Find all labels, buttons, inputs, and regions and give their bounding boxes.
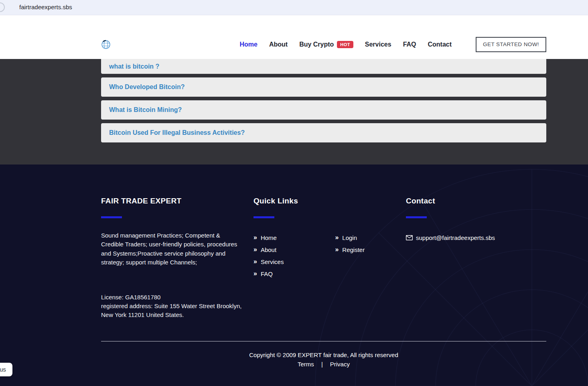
double-chevron-icon: » (335, 246, 338, 253)
footer-link-label: Home (261, 234, 277, 241)
double-chevron-icon: » (253, 234, 256, 241)
nav-faq[interactable]: FAQ (403, 41, 416, 48)
footer-contact-column: Contact support@fairtradeexperts.sbs (406, 197, 546, 241)
heading-underline (253, 216, 274, 218)
faq-question-label: what is bitcoin ? (109, 63, 159, 70)
footer-quick-links-column: Quick Links » Home » About » Services (253, 197, 398, 280)
footer-license-block: License: GA18561780 registered address: … (101, 293, 245, 320)
globe-logo-icon (101, 40, 111, 49)
site-footer: FAIR TRADE EXPERT Sound management Pract… (0, 165, 588, 386)
footer-link-label: Login (342, 234, 357, 241)
faq-item-mining[interactable]: What is Bitcoin Mining? (101, 100, 546, 120)
nav-services[interactable]: Services (365, 41, 391, 48)
double-chevron-icon: » (253, 246, 256, 253)
contact-heading: Contact (406, 197, 546, 205)
main-nav: Home About Buy Crypto HOT Services FAQ C… (239, 41, 452, 48)
double-chevron-icon: » (253, 270, 256, 277)
nav-about[interactable]: About (269, 41, 288, 48)
faq-list: what is bitcoin ? Who Developed Bitcoin?… (101, 59, 546, 146)
envelope-icon (406, 235, 413, 240)
browser-url-bar[interactable]: fairtradeexperts.sbs (0, 0, 588, 15)
faq-question-label: What is Bitcoin Mining? (109, 106, 182, 114)
url-text[interactable]: fairtradeexperts.sbs (19, 4, 72, 10)
footer-link-label: Register (342, 246, 365, 253)
footer-link-faq[interactable]: » FAQ (253, 268, 284, 280)
quick-links-list-2: » Login » Register (335, 232, 365, 280)
legal-separator: | (321, 361, 323, 368)
privacy-link[interactable]: Privacy (330, 361, 350, 368)
message-us-chat-button[interactable]: Message us (0, 363, 12, 376)
nav-home[interactable]: Home (239, 41, 257, 48)
site-header: Home About Buy Crypto HOT Services FAQ C… (0, 15, 588, 59)
faq-section: what is bitcoin ? Who Developed Bitcoin?… (0, 59, 588, 165)
copyright-text: Copyright © 2009 EXPERT fair trade, All … (101, 351, 546, 358)
faq-item-who-developed[interactable]: Who Developed Bitcoin? (101, 77, 546, 97)
header-row: Home About Buy Crypto HOT Services FAQ C… (101, 37, 546, 52)
footer-divider (101, 341, 546, 341)
support-email-text: support@fairtradeexperts.sbs (416, 234, 495, 241)
footer-inner: FAIR TRADE EXPERT Sound management Pract… (101, 165, 546, 386)
footer-brand-heading: FAIR TRADE EXPERT (101, 197, 245, 205)
license-number: License: GA18561780 (101, 293, 245, 302)
faq-item-what-is-bitcoin[interactable]: what is bitcoin ? (101, 59, 546, 74)
faq-item-illegal-activities[interactable]: Bitcoin Used For Illegal Business Activi… (101, 123, 546, 142)
get-started-button[interactable]: GET STARTED NOW! (476, 37, 546, 52)
footer-link-about[interactable]: » About (253, 244, 284, 256)
footer-link-home[interactable]: » Home (253, 232, 284, 244)
footer-about-column: FAIR TRADE EXPERT Sound management Pract… (101, 197, 245, 320)
registered-address-line1: registered address: Suite 155 Water Stre… (101, 302, 245, 311)
quick-links-list-1: » Home » About » Services » FAQ (253, 232, 284, 280)
quick-links-lists: » Home » About » Services » FAQ (253, 232, 398, 280)
quick-links-heading: Quick Links (253, 197, 398, 205)
heading-underline (406, 216, 427, 218)
double-chevron-icon: » (335, 234, 338, 241)
terms-link[interactable]: Terms (298, 361, 314, 368)
heading-underline (101, 216, 122, 218)
footer-link-register[interactable]: » Register (335, 244, 365, 256)
footer-link-login[interactable]: » Login (335, 232, 365, 244)
registered-address-line2: New York 11201 United States. (101, 311, 245, 319)
footer-link-label: Services (261, 258, 284, 265)
faq-question-label: Bitcoin Used For Illegal Business Activi… (109, 129, 245, 136)
nav-buy-crypto[interactable]: Buy Crypto HOT (299, 41, 353, 48)
hot-badge: HOT (337, 41, 353, 48)
double-chevron-icon: » (253, 258, 256, 265)
header-nav-group: Home About Buy Crypto HOT Services FAQ C… (239, 37, 546, 52)
site-favicon-icon (0, 2, 5, 12)
site-logo[interactable] (101, 40, 111, 49)
nav-contact[interactable]: Contact (428, 41, 452, 48)
footer-description: Sound management Practices; Competent & … (101, 231, 239, 267)
footer-link-label: FAQ (261, 270, 273, 277)
footer-link-label: About (261, 246, 276, 253)
nav-buy-crypto-label: Buy Crypto (299, 41, 334, 48)
support-email-link[interactable]: support@fairtradeexperts.sbs (406, 234, 546, 241)
faq-question-label: Who Developed Bitcoin? (109, 83, 185, 91)
footer-legal-row: Terms|Privacy (101, 361, 546, 368)
footer-link-services[interactable]: » Services (253, 256, 284, 268)
